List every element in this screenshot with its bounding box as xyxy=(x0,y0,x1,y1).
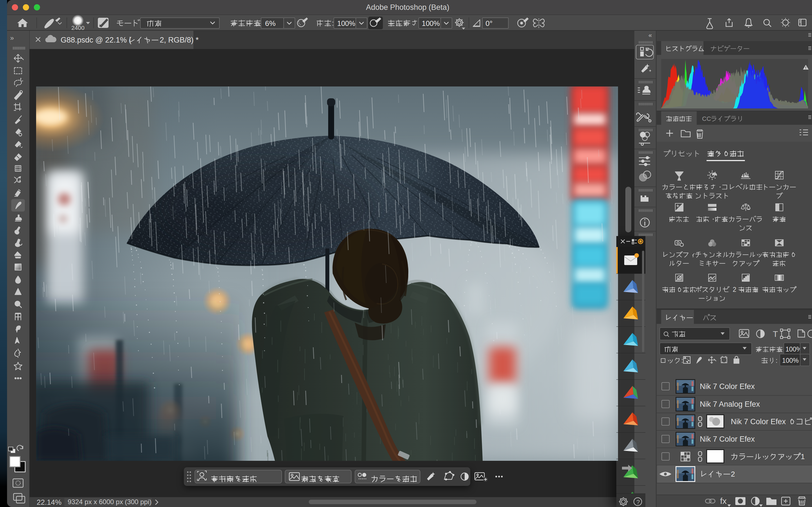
svg-text:T: T xyxy=(773,329,778,339)
svg-text:22.14%: 22.14% xyxy=(37,498,61,506)
svg-text:6%: 6% xyxy=(265,19,276,27)
svg-text:2400: 2400 xyxy=(71,24,85,31)
svg-text::: : xyxy=(681,356,683,364)
svg-text:100%: 100% xyxy=(785,346,802,353)
svg-text:Nik 7 Color Efex: Nik 7 Color Efex xyxy=(731,417,786,426)
svg-text:Nik 7 Color Efex: Nik 7 Color Efex xyxy=(700,435,755,443)
svg-text:1: 1 xyxy=(801,452,805,461)
svg-text:0°: 0° xyxy=(486,19,493,27)
svg-text:2: 2 xyxy=(733,286,737,293)
svg-text:G88.psdc @ 22.1% (: G88.psdc @ 22.1% ( xyxy=(61,36,132,44)
svg-text:CC: CC xyxy=(702,115,711,122)
svg-text:100%: 100% xyxy=(337,19,355,27)
svg-text:100%: 100% xyxy=(782,357,799,364)
svg-text:fx: fx xyxy=(720,496,726,506)
svg-text::: : xyxy=(776,356,777,364)
svg-text:2: 2 xyxy=(731,470,735,478)
svg-text:?: ? xyxy=(637,499,640,506)
svg-text:9324 px x 6000 px (300 ppi): 9324 px x 6000 px (300 ppi) xyxy=(68,498,152,506)
svg-text:100%: 100% xyxy=(422,19,440,27)
svg-text:Nik 7 Analog Efex: Nik 7 Analog Efex xyxy=(700,400,760,408)
svg-text:»: » xyxy=(10,34,14,42)
svg-text:Adobe Photoshop (Beta): Adobe Photoshop (Beta) xyxy=(366,3,449,11)
svg-text:Nik 7 Color Efex: Nik 7 Color Efex xyxy=(700,382,755,391)
svg-text:2, RGB/8) *: 2, RGB/8) * xyxy=(160,36,199,44)
svg-text:«: « xyxy=(649,32,652,39)
